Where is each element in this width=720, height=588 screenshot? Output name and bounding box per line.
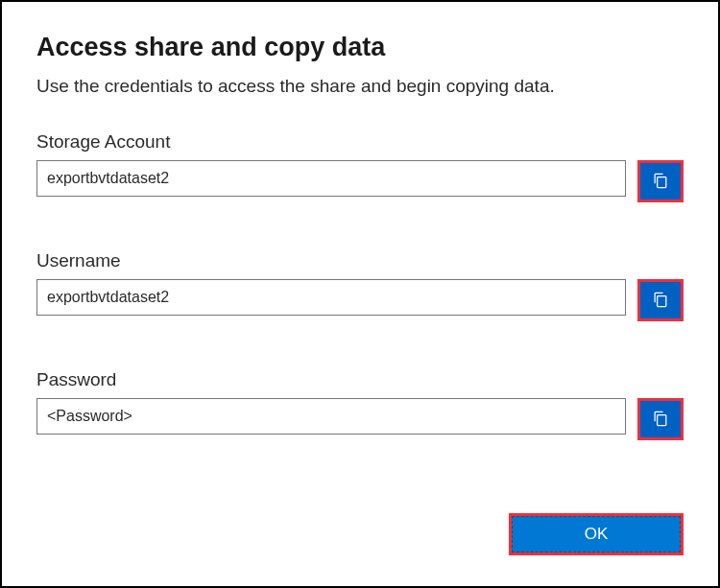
storage-account-input[interactable] — [36, 160, 626, 197]
password-input[interactable] — [36, 398, 626, 435]
svg-rect-1 — [658, 295, 666, 306]
copy-highlight — [637, 279, 684, 321]
dialog-subtitle: Use the credentials to access the share … — [36, 76, 684, 97]
copy-storage-account-button[interactable] — [640, 163, 681, 200]
username-row — [36, 279, 684, 321]
copy-password-button[interactable] — [640, 401, 681, 437]
password-label: Password — [36, 369, 684, 390]
storage-account-row — [36, 160, 684, 202]
svg-rect-2 — [658, 414, 666, 425]
storage-account-label: Storage Account — [36, 131, 684, 153]
access-share-dialog: Access share and copy data Use the crede… — [0, 0, 720, 588]
username-input[interactable] — [36, 279, 626, 316]
dialog-title: Access share and copy data — [36, 33, 684, 62]
copy-icon — [651, 409, 670, 431]
username-label: Username — [36, 250, 684, 271]
username-group: Username — [36, 250, 684, 321]
copy-icon — [651, 171, 670, 193]
password-group: Password — [36, 369, 684, 440]
ok-highlight: OK — [509, 513, 684, 555]
storage-account-group: Storage Account — [36, 131, 684, 202]
dialog-footer: OK — [509, 513, 684, 555]
copy-highlight — [637, 398, 684, 440]
svg-rect-0 — [658, 176, 666, 187]
password-row — [36, 398, 684, 440]
ok-button[interactable]: OK — [512, 516, 681, 553]
copy-username-button[interactable] — [640, 282, 681, 318]
copy-icon — [651, 290, 670, 312]
copy-highlight — [637, 160, 684, 202]
